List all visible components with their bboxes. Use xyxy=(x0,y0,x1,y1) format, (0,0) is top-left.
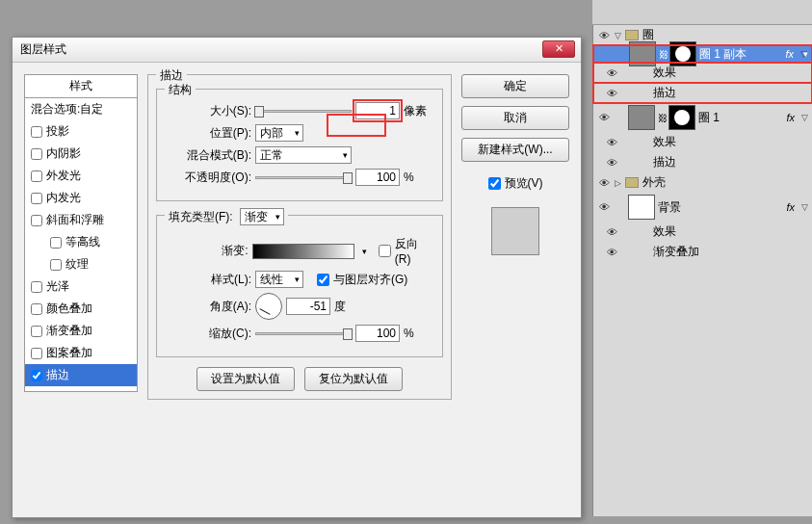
style-item-纹理[interactable]: 纹理 xyxy=(25,253,137,275)
fx-badge[interactable]: fx xyxy=(786,201,799,213)
style-checkbox[interactable] xyxy=(31,348,42,359)
visibility-icon[interactable]: 👁 xyxy=(597,177,611,189)
scale-label: 缩放(C): xyxy=(167,326,251,342)
layer-thumbnail[interactable] xyxy=(628,105,655,130)
size-unit: 像素 xyxy=(404,103,427,119)
effects-label: 效果 xyxy=(653,223,676,240)
scale-input[interactable] xyxy=(355,325,400,342)
style-checkbox[interactable] xyxy=(31,303,42,315)
style-item-颜色叠加[interactable]: 颜色叠加 xyxy=(25,298,137,320)
fx-stroke-row[interactable]: 👁 描边 xyxy=(593,152,812,172)
blendmode-label: 混合模式(B): xyxy=(167,147,251,164)
layers-panel: 👁 ▽ 圈 ⛓ 圈 1 副本 fx ▽ 👁 效果 👁 描边 👁 ⛓ 圈 1 fx… xyxy=(592,25,812,516)
angle-input[interactable] xyxy=(286,298,330,315)
size-slider[interactable] xyxy=(255,110,352,113)
scale-slider[interactable] xyxy=(255,332,352,335)
position-select[interactable]: 内部 xyxy=(255,124,303,142)
gradient-preview[interactable] xyxy=(252,244,354,259)
gradient-label: 渐变: xyxy=(167,243,249,259)
styles-header[interactable]: 样式 xyxy=(24,74,138,98)
layer-thumbnail[interactable] xyxy=(628,195,655,220)
visibility-icon[interactable]: 👁 xyxy=(605,226,618,238)
set-default-button[interactable]: 设置为默认值 xyxy=(196,367,295,391)
fx-twisty-icon[interactable]: ▽ xyxy=(801,202,808,212)
style-item-图案叠加[interactable]: 图案叠加 xyxy=(25,342,137,364)
new-style-button[interactable]: 新建样式(W)... xyxy=(461,138,569,162)
style-select[interactable]: 线性 xyxy=(255,271,303,288)
fx-twisty-icon[interactable]: ▽ xyxy=(800,49,807,59)
twisty-icon[interactable]: ▷ xyxy=(615,178,621,188)
filltype-label: 填充类型(F): 渐变 xyxy=(165,208,288,225)
blend-options-row[interactable]: 混合选项:自定 xyxy=(25,98,137,120)
fx-badge[interactable]: fx xyxy=(786,112,799,123)
layer-row-circle1[interactable]: 👁 ⛓ 圈 1 fx ▽ xyxy=(593,103,812,132)
angle-dial[interactable] xyxy=(255,293,282,320)
angle-unit: 度 xyxy=(334,299,346,315)
cancel-button[interactable]: 取消 xyxy=(461,106,569,130)
style-label: 等高线 xyxy=(65,234,100,250)
style-item-外发光[interactable]: 外发光 xyxy=(25,165,137,187)
gradient-overlay-label: 渐变叠加 xyxy=(653,244,699,260)
layer-group-shell[interactable]: 👁 ▷ 外壳 xyxy=(593,172,812,193)
style-item-光泽[interactable]: 光泽 xyxy=(25,275,137,298)
style-checkbox[interactable] xyxy=(50,259,62,271)
ok-button[interactable]: 确定 xyxy=(461,74,569,98)
filltype-select[interactable]: 渐变 xyxy=(240,208,284,225)
style-checkbox[interactable] xyxy=(31,126,42,138)
style-checkbox[interactable] xyxy=(31,215,42,226)
style-checkbox[interactable] xyxy=(31,370,42,381)
visibility-icon[interactable]: 👁 xyxy=(605,247,618,258)
fx-stroke-row[interactable]: 👁 描边 xyxy=(593,83,812,103)
layer-row-copy[interactable]: ⛓ 圈 1 副本 fx ▽ xyxy=(593,45,812,63)
folder-icon xyxy=(625,30,639,40)
style-checkbox[interactable] xyxy=(31,281,42,293)
preview-checkbox[interactable] xyxy=(488,177,501,190)
layer-row-bg[interactable]: 👁 背景 fx ▽ xyxy=(593,193,812,222)
close-button[interactable]: ✕ xyxy=(542,40,575,58)
position-label: 位置(P): xyxy=(167,125,251,142)
style-item-斜面和浮雕[interactable]: 斜面和浮雕 xyxy=(25,209,137,231)
fx-effects-row[interactable]: 👁 效果 xyxy=(593,132,812,152)
visibility-icon[interactable]: 👁 xyxy=(605,137,618,148)
structure-legend: 结构 xyxy=(165,82,196,98)
fx-twisty-icon[interactable]: ▽ xyxy=(801,113,808,122)
preview-label: 预览(V) xyxy=(505,175,543,192)
style-checkbox[interactable] xyxy=(50,237,62,249)
style-checkbox[interactable] xyxy=(31,193,42,204)
mask-thumbnail[interactable] xyxy=(668,105,695,130)
style-item-内阴影[interactable]: 内阴影 xyxy=(25,143,137,165)
angle-label: 角度(A): xyxy=(167,299,251,315)
visibility-icon[interactable]: 👁 xyxy=(605,88,618,99)
layer-thumbnail[interactable] xyxy=(629,41,656,66)
visibility-icon[interactable]: 👁 xyxy=(597,30,611,41)
fx-gradient-row[interactable]: 👁 渐变叠加 xyxy=(593,242,812,262)
layer-group-header[interactable]: 👁 ▽ 圈 xyxy=(593,25,812,45)
visibility-icon[interactable]: 👁 xyxy=(597,112,611,123)
mask-thumbnail[interactable] xyxy=(669,41,696,66)
style-checkbox[interactable] xyxy=(31,326,42,337)
style-item-描边[interactable]: 描边 xyxy=(25,364,137,386)
align-checkbox[interactable] xyxy=(317,274,329,286)
visibility-icon[interactable]: 👁 xyxy=(605,67,618,79)
fx-effects-row[interactable]: 👁 效果 xyxy=(593,222,812,242)
fx-badge[interactable]: fx xyxy=(785,48,798,60)
reverse-checkbox[interactable] xyxy=(379,245,391,257)
style-item-内发光[interactable]: 内发光 xyxy=(25,187,137,209)
dialog-titlebar[interactable]: 图层样式 ✕ xyxy=(13,38,581,63)
style-item-渐变叠加[interactable]: 渐变叠加 xyxy=(25,320,137,342)
style-item-投影[interactable]: 投影 xyxy=(25,120,137,143)
style-checkbox[interactable] xyxy=(31,148,42,160)
styles-list: 混合选项:自定 投影内阴影外发光内发光斜面和浮雕等高线纹理光泽颜色叠加渐变叠加图… xyxy=(24,98,138,392)
blendmode-select[interactable]: 正常 xyxy=(255,146,352,164)
style-item-等高线[interactable]: 等高线 xyxy=(25,231,137,253)
opacity-slider[interactable] xyxy=(255,176,352,179)
opacity-input[interactable] xyxy=(355,169,400,186)
reset-default-button[interactable]: 复位为默认值 xyxy=(304,367,403,391)
style-label: 内发光 xyxy=(46,190,81,206)
twisty-icon[interactable]: ▽ xyxy=(615,31,621,40)
style-checkbox[interactable] xyxy=(31,170,42,182)
visibility-icon[interactable]: 👁 xyxy=(597,201,611,213)
size-input[interactable] xyxy=(355,102,400,119)
fx-effects-row[interactable]: 👁 效果 xyxy=(593,63,812,83)
visibility-icon[interactable]: 👁 xyxy=(605,157,618,169)
